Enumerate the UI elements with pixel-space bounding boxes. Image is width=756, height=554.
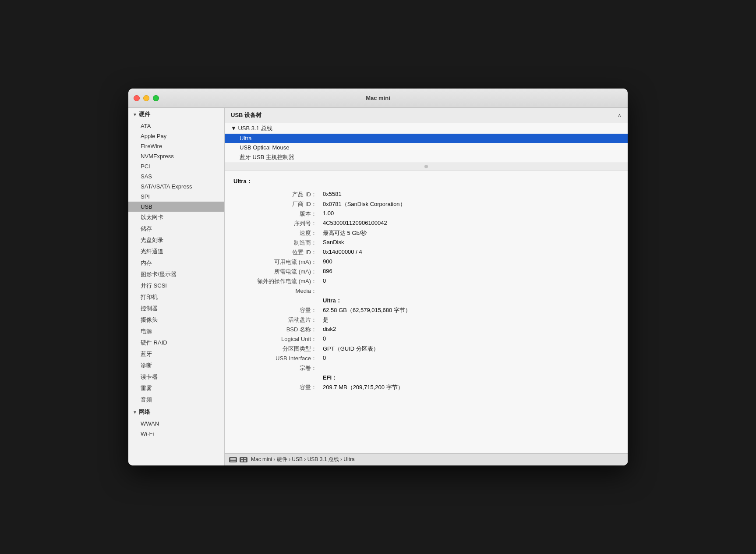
svg-rect-6 [244,460,246,462]
table-row: 可用电流 (mA)： 900 [233,257,619,267]
status-bar: Mac mini › 硬件 › USB › USB 3.1 总线 › Ultra [225,453,628,465]
tree-item-optical-mouse[interactable]: USB Optical Mouse [225,143,628,152]
sidebar-item-parallelscsi[interactable]: 并行 SCSI [128,280,224,291]
sidebar-item-hwraid[interactable]: 硬件 RAID [128,337,224,348]
field-label-media-bsd: BSD 名称： [233,325,321,334]
sidebar-item-usb[interactable]: USB [128,202,224,212]
panel-collapse-chevron[interactable]: ∧ [618,112,622,118]
table-row-media-header: Media： [233,286,619,296]
detail-section-title: Ultra： [233,178,619,185]
sidebar-item-nvmexpress[interactable]: NVMExpress [128,151,224,161]
field-label-manufacturer: 制造商： [233,238,321,248]
status-icon-1 [229,457,237,462]
sidebar-item-ata[interactable]: ATA [128,121,224,131]
usb-bus-label: ▼ USB 3.1 总线 [231,124,272,132]
sidebar-item-cardreader[interactable]: 读卡器 [128,371,224,383]
table-row-efi: EFI： [233,373,619,383]
sidebar-item-thunderbolt[interactable]: 雷雾 [128,383,224,394]
svg-rect-2 [230,461,236,462]
field-label-speed: 速度： [233,228,321,238]
traffic-lights [134,95,159,101]
field-label-avail-current: 可用电流 (mA)： [233,257,321,267]
table-row: 速度： 最高可达 5 Gb/秒 [233,228,619,238]
scroll-dot [424,165,428,168]
media-subsection-title: Ultra： [323,297,342,304]
sidebar-item-sata[interactable]: SATA/SATA Express [128,181,224,192]
sidebar-item-sas[interactable]: SAS [128,171,224,181]
field-label-media-lu: Logical Unit： [233,334,321,344]
sidebar-item-bluetooth[interactable]: 蓝牙 [128,348,224,360]
field-value-volumes [321,363,619,373]
field-label-efi-cap: 容量： [233,383,321,392]
field-value-media-lu: 0 [321,334,619,344]
sidebar-item-firewire[interactable]: FireWire [128,141,224,151]
status-icons [229,457,247,462]
svg-rect-3 [241,458,243,459]
sidebar-item-applepay[interactable]: Apple Pay [128,131,224,141]
table-row-media-partition: 分区图类型： GPT（GUID 分区表） [233,344,619,354]
table-row-media-cap: 容量： 62.58 GB（62,579,015,680 字节） [233,305,619,315]
status-icon-2 [240,457,247,462]
sidebar-item-storage[interactable]: 储存 [128,223,224,234]
sidebar: ▼ 硬件 ATA Apple Pay FireWire NVMExpress P… [128,108,225,465]
table-row-ultra-sub: Ultra： [233,296,619,305]
network-triangle: ▼ [133,410,137,415]
tree-ultra-label: Ultra [240,135,251,142]
field-value-media-partition: GPT（GUID 分区表） [321,344,619,354]
sidebar-item-optical[interactable]: 光盘刻录 [128,234,224,246]
field-value-media-usb-if: 0 [321,354,619,363]
sidebar-item-memory[interactable]: 内存 [128,257,224,269]
field-label-version: 版本： [233,209,321,219]
field-label-media-active: 活动盘片： [233,315,321,325]
tree-item-ultra[interactable]: Ultra [225,134,628,143]
field-label-ultra-sub [233,296,321,305]
field-value-ultra-sub: Ultra： [321,296,619,305]
field-label-media-cap: 容量： [233,305,321,315]
sidebar-item-diagnostics[interactable]: 诊断 [128,360,224,371]
field-label-req-current: 所需电流 (mA)： [233,267,321,277]
field-label-extra-current: 额外的操作电流 (mA)： [233,277,321,286]
svg-rect-5 [241,460,243,462]
sidebar-item-spi[interactable]: SPI [128,192,224,202]
sidebar-item-wifi[interactable]: Wi-Fi [128,429,224,439]
svg-rect-1 [230,459,236,460]
field-value-efi: EFI： [321,373,619,383]
sidebar-item-ethernet[interactable]: 以太网卡 [128,212,224,223]
table-row: 额外的操作电流 (mA)： 0 [233,277,619,286]
field-label-serial: 序列号： [233,219,321,228]
field-value-avail-current: 900 [321,257,619,267]
field-label-media-usb-if: USB Interface： [233,354,321,363]
table-row-efi-cap: 容量： 209.7 MB（209,715,200 字节） [233,383,619,392]
tree-item-bluetooth-usb[interactable]: 蓝牙 USB 主机控制器 [225,152,628,163]
panel-title: USB 设备树 [231,111,261,119]
close-button[interactable] [134,95,140,101]
svg-rect-0 [230,458,236,459]
table-row: 位置 ID： 0x14d00000 / 4 [233,248,619,257]
detail-area[interactable]: Ultra： 产品 ID： 0x5581 厂商 ID： 0x0781（SanDi… [225,170,628,453]
sidebar-item-controller[interactable]: 控制器 [128,303,224,314]
maximize-button[interactable] [153,95,159,101]
field-value-media-bsd: disk2 [321,325,619,334]
field-value-serial: 4C530001120906100042 [321,219,619,228]
sidebar-item-audio[interactable]: 音频 [128,394,224,405]
field-value-location-id: 0x14d00000 / 4 [321,248,619,257]
sidebar-hardware-header[interactable]: ▼ 硬件 [128,108,224,121]
sidebar-item-power[interactable]: 电源 [128,326,224,337]
sidebar-item-wwan[interactable]: WWAN [128,419,224,429]
main-window: Mac mini ▼ 硬件 ATA Apple Pay FireWire NVM… [128,89,628,465]
tree-usb-bus[interactable]: ▼ USB 3.1 总线 [225,123,628,134]
field-label-location-id: 位置 ID： [233,248,321,257]
minimize-button[interactable] [143,95,149,101]
field-value-product-id: 0x5581 [321,190,619,199]
table-row-media-active: 活动盘片： 是 [233,315,619,325]
table-row-media-lu: Logical Unit： 0 [233,334,619,344]
sidebar-network-header[interactable]: ▼ 网络 [128,405,224,419]
sidebar-item-camera[interactable]: 摄像头 [128,314,224,326]
sidebar-item-pci[interactable]: PCI [128,161,224,171]
sidebar-item-fiberch[interactable]: 光纤通道 [128,246,224,257]
sidebar-item-graphics[interactable]: 图形卡/显示器 [128,269,224,280]
field-value-media [321,286,619,296]
table-row: 所需电流 (mA)： 896 [233,267,619,277]
main-content: ▼ 硬件 ATA Apple Pay FireWire NVMExpress P… [128,108,628,465]
sidebar-item-printer[interactable]: 打印机 [128,291,224,303]
